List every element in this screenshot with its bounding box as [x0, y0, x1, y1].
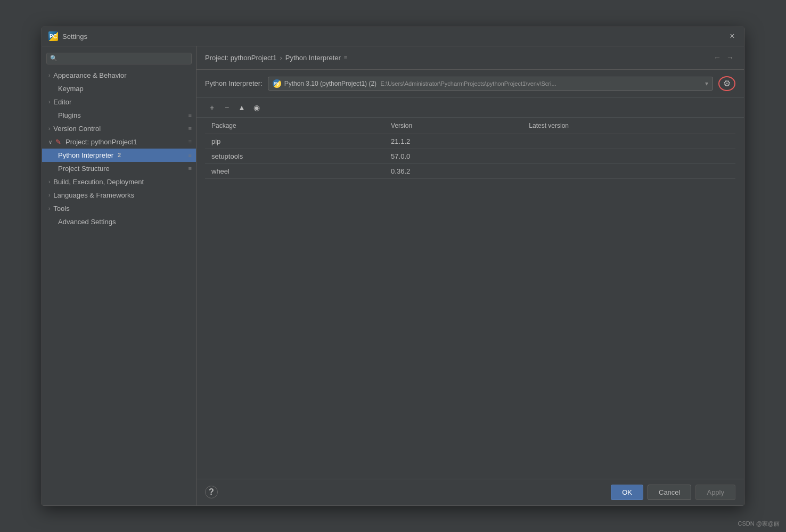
up-package-button[interactable]: ▲: [235, 101, 249, 114]
interpreter-label: Python Interpreter:: [205, 79, 263, 87]
pkg-cell-version: 0.36.2: [384, 163, 522, 178]
dropdown-caret-icon: ▾: [705, 80, 708, 87]
table-row[interactable]: setuptools57.0.0: [205, 149, 735, 163]
sidebar-item-advanced-settings[interactable]: Advanced Settings: [42, 215, 196, 228]
table-row[interactable]: pip21.1.2: [205, 134, 735, 149]
sidebar-item-label: Advanced Settings: [58, 218, 116, 226]
sidebar-item-plugins[interactable]: Plugins ≡: [42, 109, 196, 122]
pkg-cell-latest: [522, 134, 735, 149]
sidebar-item-python-interpreter[interactable]: Python Interpreter 2 ≡: [42, 149, 196, 162]
sidebar-item-label: Project Structure: [58, 165, 110, 173]
search-input[interactable]: [60, 55, 188, 62]
version-control-badge: ≡: [189, 125, 192, 132]
pkg-cell-name: setuptools: [205, 149, 384, 163]
settings-dialog: PC Settings × 🔍 › Appearance & Behavior …: [42, 27, 744, 506]
sidebar-item-label: Tools: [53, 204, 69, 212]
interpreter-path-text: E:\Users\Administrator\PycharmProjects\p…: [380, 80, 556, 87]
pkg-cell-version: 57.0.0: [384, 149, 522, 163]
sidebar-item-editor[interactable]: › Editor: [42, 95, 196, 109]
main-content: Project: pythonProject1 › Python Interpr…: [196, 46, 744, 505]
project-edit-icon: ✎: [55, 138, 61, 146]
package-toolbar: + − ▲ ◉: [196, 98, 744, 118]
pkg-cell-latest: [522, 163, 735, 178]
package-table: Package Version Latest version pip21.1.2…: [205, 118, 735, 479]
interpreter-selected-name: Python 3.10 (pythonProject1) (2) E:\User…: [284, 80, 700, 87]
chevron-right-icon: ›: [48, 99, 50, 105]
dialog-footer: ? OK Cancel Apply: [196, 479, 744, 505]
sidebar-item-label: Editor: [53, 98, 71, 106]
sidebar-item-tools[interactable]: › Tools: [42, 202, 196, 215]
python-icon: Py: [273, 79, 281, 88]
help-button[interactable]: ?: [205, 486, 218, 498]
nav-arrows: ← →: [712, 53, 735, 62]
python-interpreter-badge: ≡: [189, 152, 192, 158]
cancel-button[interactable]: Cancel: [648, 485, 691, 500]
sidebar-item-build-execution[interactable]: › Build, Execution, Deployment: [42, 175, 196, 189]
watermark: CSDN @家@丽: [738, 520, 780, 528]
sidebar-item-label: Python Interpreter: [58, 151, 113, 159]
chevron-down-icon: ∨: [48, 139, 52, 145]
number-badge: 2: [118, 152, 121, 158]
eye-package-button[interactable]: ◉: [250, 101, 264, 114]
breadcrumb-separator: ›: [280, 54, 282, 62]
pkg-cell-name: pip: [205, 134, 384, 149]
gear-icon: ⚙: [723, 78, 731, 88]
dialog-title: Settings: [62, 32, 87, 40]
chevron-right-icon: ›: [48, 72, 50, 78]
breadcrumb-current: Python Interpreter: [285, 54, 341, 62]
sidebar-item-label: Appearance & Behavior: [53, 71, 126, 79]
sidebar-item-label: Plugins: [58, 111, 81, 119]
apply-button[interactable]: Apply: [695, 485, 735, 500]
remove-package-button[interactable]: −: [220, 101, 234, 114]
chevron-right-icon: ›: [48, 179, 50, 185]
plugins-badge: ≡: [189, 112, 192, 118]
project-badge: ≡: [189, 138, 192, 145]
nav-back-button[interactable]: ←: [712, 53, 723, 62]
search-box[interactable]: 🔍: [46, 53, 192, 64]
sidebar-item-label: Version Control: [53, 125, 101, 133]
sidebar-item-version-control[interactable]: › Version Control ≡: [42, 122, 196, 135]
ok-button[interactable]: OK: [611, 485, 643, 500]
dialog-body: 🔍 › Appearance & Behavior Keymap › Edito…: [42, 46, 744, 505]
add-package-button[interactable]: +: [205, 101, 219, 114]
nav-forward-button[interactable]: →: [725, 53, 735, 62]
sidebar-item-label: Keymap: [58, 85, 84, 93]
sidebar-item-label: Languages & Frameworks: [53, 191, 134, 199]
app-icon: PC: [48, 31, 58, 41]
interpreter-row: Python Interpreter: Py Python 3.10 (pyth…: [196, 70, 744, 98]
breadcrumb-parent: Project: pythonProject1: [205, 54, 276, 62]
breadcrumb-bar: Project: pythonProject1 › Python Interpr…: [196, 46, 744, 70]
close-button[interactable]: ×: [727, 31, 738, 42]
sidebar-item-appearance[interactable]: › Appearance & Behavior: [42, 69, 196, 82]
pkg-cell-latest: [522, 149, 735, 163]
sidebar-item-project-structure[interactable]: Project Structure ≡: [42, 162, 196, 175]
chevron-right-icon: ›: [48, 126, 50, 132]
sidebar: 🔍 › Appearance & Behavior Keymap › Edito…: [42, 46, 196, 505]
sidebar-item-keymap[interactable]: Keymap: [42, 82, 196, 95]
title-bar: PC Settings ×: [42, 27, 744, 46]
sidebar-item-project[interactable]: ∨ ✎ Project: pythonProject1 ≡: [42, 135, 196, 149]
pkg-cell-version: 21.1.2: [384, 134, 522, 149]
sidebar-item-label: Project: pythonProject1: [66, 138, 137, 146]
interpreter-dropdown[interactable]: Py Python 3.10 (pythonProject1) (2) E:\U…: [268, 77, 713, 91]
pkg-cell-name: wheel: [205, 163, 384, 178]
col-latest-version: Latest version: [522, 118, 735, 134]
chevron-right-icon: ›: [48, 206, 50, 211]
col-version: Version: [384, 118, 522, 134]
sidebar-item-languages-frameworks[interactable]: › Languages & Frameworks: [42, 189, 196, 202]
project-structure-badge: ≡: [189, 165, 192, 171]
title-bar-left: PC Settings: [48, 31, 87, 41]
sidebar-item-label: Build, Execution, Deployment: [53, 178, 144, 186]
col-package: Package: [205, 118, 384, 134]
interpreter-settings-button[interactable]: ⚙: [718, 76, 735, 91]
chevron-right-icon: ›: [48, 192, 50, 198]
breadcrumb-icon: ≡: [344, 54, 347, 61]
table-row[interactable]: wheel0.36.2: [205, 163, 735, 178]
search-icon: 🔍: [50, 55, 58, 62]
interpreter-name-text: Python 3.10 (pythonProject1) (2): [284, 80, 376, 87]
